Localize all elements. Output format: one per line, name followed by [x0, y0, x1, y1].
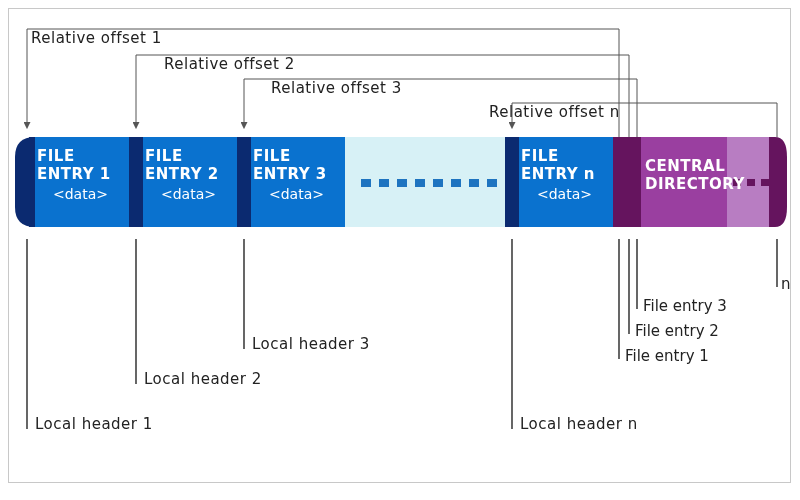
svg-rect-3 — [397, 179, 407, 187]
entry3-data: <data> — [269, 186, 324, 202]
cd-entry-3 — [635, 137, 641, 227]
local-header-2 — [129, 137, 143, 227]
svg-rect-10 — [747, 179, 755, 186]
entry3-line2: ENTRY 3 — [253, 165, 327, 183]
local-header-labels: Local header 1 Local header 2 Local head… — [27, 239, 638, 433]
zip-layout-diagram: FILE ENTRY 1 <data> FILE ENTRY 2 <data> … — [9, 9, 792, 484]
svg-rect-0 — [29, 137, 35, 227]
cd-file-entry-n-label: n — [781, 275, 791, 293]
local-header-3-label: Local header 3 — [252, 335, 370, 353]
local-header-2-label: Local header 2 — [144, 370, 262, 388]
svg-rect-6 — [451, 179, 461, 187]
svg-rect-2 — [379, 179, 389, 187]
cd-file-entry-2-label: File entry 2 — [635, 322, 719, 340]
diagram-frame: FILE ENTRY 1 <data> FILE ENTRY 2 <data> … — [8, 8, 791, 483]
svg-rect-8 — [487, 179, 497, 187]
svg-rect-11 — [761, 179, 769, 186]
local-header-1-label: Local header 1 — [35, 415, 153, 433]
cd-entry-labels: File entry 1 File entry 2 File entry 3 n — [619, 239, 791, 365]
local-header-n-label: Local header n — [520, 415, 638, 433]
local-header-3 — [237, 137, 251, 227]
cd-entry-2 — [627, 137, 635, 227]
local-header-n — [505, 137, 519, 227]
entryn-line1: FILE — [521, 147, 559, 165]
cd-line1: CENTRAL — [645, 157, 725, 175]
offset-3-label: Relative offset 3 — [271, 79, 402, 97]
entryn-data: <data> — [537, 186, 592, 202]
svg-rect-4 — [415, 179, 425, 187]
entry1-line2: ENTRY 1 — [37, 165, 111, 183]
entry2-line1: FILE — [145, 147, 183, 165]
offset-2-label: Relative offset 2 — [164, 55, 295, 73]
entry1-line1: FILE — [37, 147, 75, 165]
entry2-data: <data> — [161, 186, 216, 202]
cd-entry-1 — [613, 137, 627, 227]
svg-rect-1 — [361, 179, 371, 187]
entry2-line2: ENTRY 2 — [145, 165, 219, 183]
cd-entry-n — [769, 137, 787, 227]
svg-rect-7 — [469, 179, 479, 187]
offset-1-label: Relative offset 1 — [31, 29, 162, 47]
entryn-line2: ENTRY n — [521, 165, 595, 183]
offset-arrows: Relative offset 1 Relative offset 2 Rela… — [27, 29, 777, 137]
file-bar: FILE ENTRY 1 <data> FILE ENTRY 2 <data> … — [15, 137, 787, 227]
svg-rect-5 — [433, 179, 443, 187]
cd-file-entry-3-label: File entry 3 — [643, 297, 727, 315]
entry3-line1: FILE — [253, 147, 291, 165]
cd-file-entry-1-label: File entry 1 — [625, 347, 709, 365]
offset-n-label: Relative offset n — [489, 103, 620, 121]
cd-line2: DIRECTORY — [645, 175, 746, 193]
entry1-data: <data> — [53, 186, 108, 202]
